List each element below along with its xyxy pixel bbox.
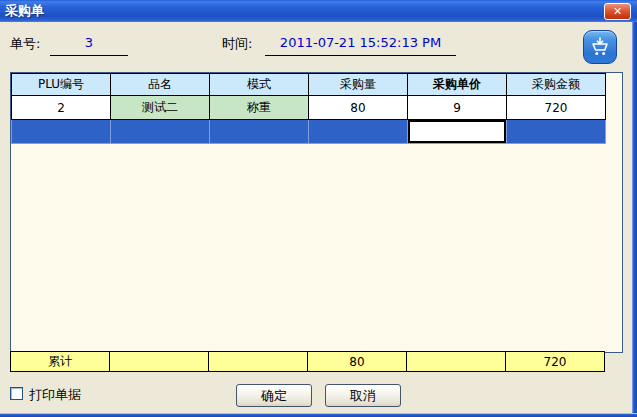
cell-mode[interactable]: 称重 (210, 96, 309, 120)
window-border-bottom (0, 413, 637, 417)
cell-plu[interactable]: 2 (12, 96, 111, 120)
order-no-underline (50, 55, 128, 56)
totals-row: 累计 80 720 (10, 351, 605, 372)
totals-amount: 720 (506, 352, 605, 372)
totals-label: 累计 (11, 352, 110, 372)
print-receipt-checkbox[interactable] (10, 387, 23, 400)
purchase-order-dialog: 采购单 ✕ 单号: 3 时间: 2011-07-21 15:52:13 PM P… (0, 0, 637, 417)
cart-icon (589, 36, 611, 58)
cancel-button[interactable]: 取消 (325, 384, 401, 407)
time-label: 时间: (222, 35, 252, 53)
cell-unit-price-editing (408, 120, 507, 144)
col-header-name: 品名 (111, 74, 210, 96)
cell-mode-empty[interactable] (210, 120, 309, 144)
col-header-unit-price: 采购单价 (408, 74, 507, 96)
close-icon: ✕ (613, 5, 622, 18)
col-header-amount: 采购金额 (507, 74, 606, 96)
cell-qty-empty[interactable] (309, 120, 408, 144)
col-header-plu: PLU编号 (12, 74, 111, 96)
time-value: 2011-07-21 15:52:13 PM (265, 35, 456, 50)
purchase-grid: PLU编号 品名 模式 采购量 采购单价 采购金额 2 测试二 称重 80 9 … (10, 72, 623, 353)
totals-mode-empty (209, 352, 308, 372)
add-to-cart-button[interactable] (583, 30, 617, 64)
print-receipt-label[interactable]: 打印单据 (29, 386, 81, 404)
order-no-value: 3 (50, 35, 128, 50)
col-header-qty: 采购量 (309, 74, 408, 96)
window-border-right (632, 22, 637, 417)
time-underline (265, 55, 456, 56)
cell-plu-empty[interactable] (12, 120, 111, 144)
window-title: 采购单 (0, 2, 44, 20)
titlebar: 采购单 (0, 0, 637, 22)
totals-name-empty (110, 352, 209, 372)
cell-name[interactable]: 测试二 (111, 96, 210, 120)
cell-unit-price[interactable]: 9 (408, 96, 507, 120)
ok-button[interactable]: 确定 (236, 384, 312, 407)
purchase-grid-table: PLU编号 品名 模式 采购量 采购单价 采购金额 2 测试二 称重 80 9 … (11, 73, 606, 144)
cell-name-empty[interactable] (111, 120, 210, 144)
cell-amount[interactable]: 720 (507, 96, 606, 120)
totals-price-empty (407, 352, 506, 372)
close-button[interactable]: ✕ (604, 3, 631, 20)
grid-header-row: PLU编号 品名 模式 采购量 采购单价 采购金额 (12, 74, 606, 96)
order-no-label: 单号: (10, 35, 40, 53)
selected-empty-row[interactable] (12, 120, 606, 144)
table-row[interactable]: 2 测试二 称重 80 9 720 (12, 96, 606, 120)
cell-qty[interactable]: 80 (309, 96, 408, 120)
cell-amount-empty[interactable] (507, 120, 606, 144)
col-header-mode: 模式 (210, 74, 309, 96)
unit-price-editor-input[interactable] (408, 120, 506, 143)
totals-qty: 80 (308, 352, 407, 372)
